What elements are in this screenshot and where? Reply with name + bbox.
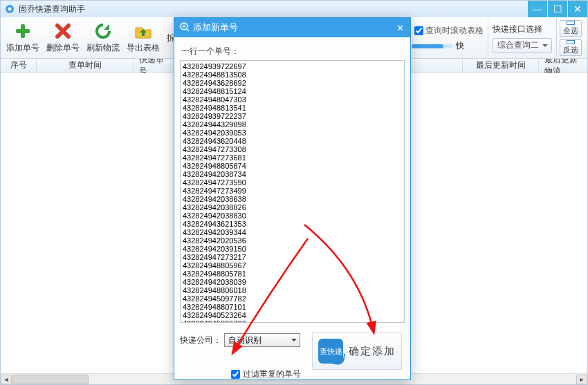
confirm-add-label: 确定添加 — [349, 345, 396, 358]
invert-selection-button[interactable]: 反选 — [560, 39, 582, 56]
col-express-no-truncated[interactable]: 快递单号 — [134, 59, 175, 72]
col-last-logistics-truncated[interactable]: 最后更新物流 — [539, 59, 587, 72]
interface-combo[interactable]: 综合查询二 — [493, 38, 552, 53]
courier-company-label: 快递公司： — [180, 335, 221, 346]
col-last-update[interactable]: 最后更新时间 — [463, 59, 539, 72]
refresh-icon — [93, 21, 113, 41]
scroll-left-arrow[interactable]: ◄ — [1, 375, 12, 384]
interface-select-group: 快递接口选择 综合查询二 — [488, 19, 556, 57]
window-close-button[interactable]: ✕ — [568, 1, 587, 17]
scroll-checkbox-input[interactable] — [414, 26, 423, 35]
app-icon — [5, 4, 15, 14]
dialog-title-text: 添加新单号 — [193, 21, 238, 34]
title-bar: 固乔快递查询助手 — ☐ ✕ — [1, 1, 587, 17]
speed-slider[interactable] — [412, 44, 453, 48]
dedupe-checkbox-input[interactable] — [231, 370, 240, 379]
svg-point-1 — [8, 8, 12, 11]
scroll-while-query-checkbox[interactable]: 查询时滚动表格 — [412, 24, 484, 37]
plus-icon — [13, 21, 33, 41]
delete-tracking-button[interactable]: 删除单号 — [44, 19, 82, 57]
export-button[interactable]: 导出表格 — [124, 19, 163, 57]
add-tracking-button[interactable]: 添加单号 — [3, 19, 42, 57]
x-icon — [53, 21, 73, 41]
svg-line-5 — [187, 29, 189, 31]
search-express-icon: 查快递 — [318, 339, 343, 364]
dialog-close-button[interactable]: ✕ — [389, 18, 410, 37]
scroll-thumb[interactable] — [12, 375, 89, 384]
window-maximize-button[interactable]: ☐ — [548, 1, 567, 17]
window-minimize-button[interactable]: — — [528, 1, 547, 17]
add-tracking-dialog: 添加新单号 ✕ 一行一个单号： 快递公司： 自动识别 过滤重复的单号 查快递 确… — [174, 17, 411, 380]
scroll-options-group: 查询时滚动表格 快 — [407, 19, 488, 57]
col-seq[interactable]: 序号 — [1, 59, 37, 72]
dialog-prompt: 一行一个单号： — [181, 46, 405, 57]
refresh-button[interactable]: 刷新物流 — [84, 19, 122, 57]
tracking-numbers-textarea[interactable] — [180, 60, 405, 323]
magnify-plus-icon — [180, 22, 190, 34]
courier-company-combo[interactable]: 自动识别 — [224, 333, 300, 347]
select-all-button[interactable]: 全选 — [560, 20, 582, 37]
speed-label: 快 — [456, 40, 464, 52]
dialog-titlebar: 添加新单号 ✕ — [174, 18, 410, 37]
scroll-right-arrow[interactable]: ► — [576, 375, 587, 384]
col-order-time[interactable]: 查单时间 — [37, 59, 134, 72]
app-title: 固乔快递查询助手 — [19, 3, 85, 15]
confirm-add-button[interactable]: 查快递 确定添加 — [312, 332, 402, 370]
folder-arrow-icon — [134, 21, 153, 41]
interface-group-title: 快递接口选择 — [493, 24, 552, 35]
svg-rect-3 — [16, 29, 30, 33]
